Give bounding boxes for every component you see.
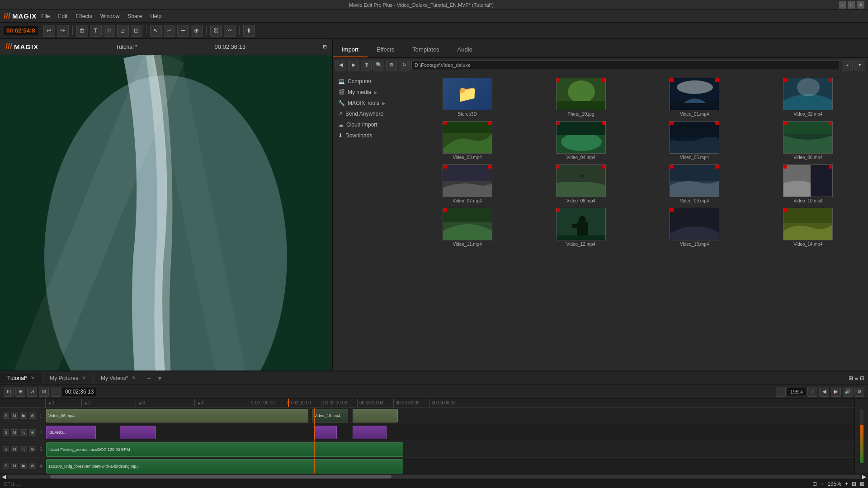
tool-undo[interactable]: ↩ [43, 25, 55, 37]
timeline-tab-tutorial[interactable]: Tutorial* ✕ [0, 373, 42, 383]
grid-view-button[interactable]: ⊞ [361, 60, 372, 70]
clip-purple-2c[interactable] [314, 426, 337, 439]
media-item-video03[interactable]: Video_03.mp4 [411, 119, 524, 162]
clip-video-1a[interactable]: Video_06.mp4 [46, 409, 308, 422]
track-mute-1[interactable]: M [11, 413, 18, 419]
timeline-tab-options[interactable]: ▾ [155, 373, 165, 384]
menu-help[interactable]: Help [146, 12, 165, 21]
tl-scroll-left[interactable]: ◀ [819, 387, 829, 397]
tl-tool-3[interactable]: ⊿ [27, 387, 37, 397]
preview-fullscreen-button[interactable]: ⊞ [323, 44, 327, 50]
media-item-video12[interactable]: Video_12.mp4 [524, 206, 637, 249]
clip-purple-2a[interactable]: ISLAND... [46, 426, 96, 439]
settings-button[interactable]: ⚙ [386, 60, 397, 70]
media-item-video08[interactable]: Video_08.mp4 [524, 163, 637, 205]
tool-marker[interactable]: ⊓ [104, 25, 115, 37]
status-btn-1[interactable]: ⊡ [812, 481, 817, 487]
clip-video-1c[interactable] [353, 409, 398, 422]
window-controls[interactable]: – □ ✕ [839, 1, 864, 9]
timeline-ruler[interactable]: ▲1 ▲2 ▲3 ▲4 00:01:00:00 00:02:00:00 00:0… [45, 399, 854, 408]
media-item-video09[interactable]: Video_09.mp4 [638, 163, 751, 205]
menu-effects[interactable]: Effects [72, 12, 95, 21]
tool-text[interactable]: T [90, 25, 102, 37]
track-lock-2[interactable]: ≒ [20, 429, 27, 436]
maximize-button[interactable]: □ [848, 1, 855, 9]
back-button[interactable]: ◀ [335, 60, 346, 70]
tool-snap[interactable]: ⊿ [117, 25, 129, 37]
clip-audio-3[interactable]: Island Feeling_normal.mxcOGG 120.00 BPM [46, 442, 403, 457]
timeline-tab-close-videos[interactable]: ✕ [132, 375, 136, 381]
tl-tool-1[interactable]: ⊡ [4, 387, 14, 397]
status-zoom-plus[interactable]: + [845, 481, 848, 487]
tl-volume-btn[interactable]: 🔊 [843, 387, 853, 397]
sidebar-item-sendanywhere[interactable]: ↗ Send Anywhere [333, 108, 407, 119]
track-mute-4[interactable]: M [11, 463, 18, 469]
track-solo-2[interactable]: S [3, 429, 9, 436]
tool-export[interactable]: ⬆ [243, 25, 255, 37]
tl-scroll-right[interactable]: ▶ [831, 387, 841, 397]
tool-chain[interactable]: ⛓ [210, 25, 222, 37]
track-fx-3[interactable]: ⊕ [29, 446, 36, 452]
tool-redo[interactable]: ↪ [57, 25, 69, 37]
clip-purple-2b[interactable] [120, 426, 156, 439]
add-button[interactable]: + [842, 60, 853, 70]
timeline-tab-close-pictures[interactable]: ✕ [82, 375, 86, 381]
tab-templates[interactable]: Templates [403, 42, 448, 57]
media-item-video10[interactable]: Video_10.mp4 [752, 163, 864, 205]
sidebar-item-mymedia[interactable]: 🎬 My media ▶ [333, 87, 407, 98]
media-item-video13[interactable]: Video_13.mp4 [638, 206, 751, 249]
tab-audio[interactable]: Audio [448, 42, 481, 57]
sidebar-item-computer[interactable]: 💻 Computer [333, 76, 407, 87]
media-item-video05[interactable]: Video_05.mp4 [638, 119, 751, 162]
timeline-tab-pictures[interactable]: My Pictures ✕ [42, 373, 94, 383]
timeline-add-tab-button[interactable]: + [143, 373, 154, 384]
track-mute-3[interactable]: M [11, 446, 18, 452]
menu-share[interactable]: Share [124, 12, 146, 21]
media-item-video07[interactable]: Video_07.mp4 [411, 163, 524, 205]
minimize-button[interactable]: – [839, 1, 846, 9]
track-lock-1[interactable]: ≒ [20, 413, 27, 419]
media-item-video02[interactable]: Video_02.mp4 [752, 76, 864, 118]
tool-trim[interactable]: ⊡ [131, 25, 142, 37]
sidebar-item-downloads[interactable]: ⬇ Downloads [333, 130, 407, 141]
status-zoom-minus[interactable]: − [821, 481, 824, 487]
track-solo-4[interactable]: S [3, 463, 9, 469]
menu-window[interactable]: Window [97, 12, 123, 21]
timeline-tab-videos[interactable]: My Videos* ✕ [94, 373, 143, 383]
tl-tool-2[interactable]: ⊞ [15, 387, 25, 397]
media-item-video06[interactable]: Video_06.mp4 [752, 119, 864, 162]
timeline-tab-close-tutorial[interactable]: ✕ [31, 375, 35, 381]
menu-file[interactable]: File [38, 12, 53, 21]
media-item-video14[interactable]: Video_14.mp4 [752, 206, 864, 249]
track-solo-1[interactable]: S [3, 413, 9, 419]
clip-audio-4[interactable]: 160280_unfg_forest-ambient-with-a-birdso… [46, 459, 403, 474]
track-lock-4[interactable]: ≒ [20, 463, 27, 469]
tab-effects[interactable]: Effects [368, 42, 404, 57]
status-btn-2[interactable]: ⊞ [852, 481, 856, 487]
tl-settings-btn[interactable]: ⚙ [854, 387, 864, 397]
timeline-playhead[interactable] [288, 399, 289, 407]
clip-purple-2d[interactable] [353, 426, 387, 439]
tool-split[interactable]: ⊢ [177, 25, 189, 37]
tool-cut[interactable]: ✂ [164, 25, 175, 37]
tl-zoom-in[interactable]: + [807, 387, 817, 397]
track-fx-2[interactable]: ⊕ [29, 429, 36, 436]
tl-tool-5[interactable]: ≡ [51, 387, 61, 397]
track-mute-2[interactable]: M [11, 429, 18, 436]
track-fx-1[interactable]: ⊕ [29, 413, 36, 419]
tl-zoom-out[interactable]: − [776, 387, 786, 397]
sidebar-item-cloudimport[interactable]: ☁ Cloud Import [333, 119, 407, 130]
media-item-video11[interactable]: Video_11.mp4 [411, 206, 524, 249]
media-item-photo10[interactable]: Photo_10.jpg [524, 76, 637, 118]
tab-import[interactable]: Import [333, 42, 368, 57]
media-item-stereo3d[interactable]: 📁 Stereo3D [411, 76, 524, 118]
media-item-video04[interactable]: Video_04.mp4 [524, 119, 637, 162]
sidebar-item-magixtools[interactable]: 🔧 MAGIX Tools ▶ [333, 98, 407, 108]
tl-tool-4[interactable]: ⊠ [39, 387, 49, 397]
track-fx-4[interactable]: ⊕ [29, 463, 36, 469]
tool-select[interactable]: ↖ [150, 25, 162, 37]
track-lock-3[interactable]: ≒ [20, 446, 27, 452]
refresh-button[interactable]: ↻ [399, 60, 410, 70]
forward-button[interactable]: ▶ [348, 60, 359, 70]
tool-wave[interactable]: 〰 [224, 25, 236, 37]
